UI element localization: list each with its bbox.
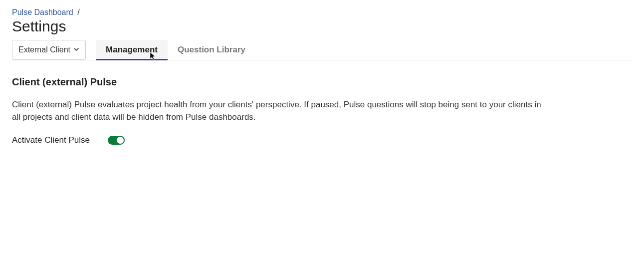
tab-label: Management — [106, 45, 158, 55]
chevron-down-icon — [73, 45, 79, 54]
toggle-label: Activate Client Pulse — [12, 135, 90, 145]
toggle-knob — [117, 137, 124, 144]
breadcrumb: Pulse Dashboard / — [12, 8, 632, 17]
client-type-dropdown[interactable]: External Client — [12, 40, 86, 60]
page-title: Settings — [12, 18, 632, 35]
section-client-external-pulse: Client (external) Pulse Client (external… — [12, 60, 561, 145]
breadcrumb-parent-link[interactable]: Pulse Dashboard — [12, 8, 73, 16]
topbar: External Client Management Question Libr… — [12, 40, 632, 60]
section-description: Client (external) Pulse evaluates projec… — [12, 99, 546, 123]
activate-client-pulse-toggle[interactable] — [108, 136, 125, 145]
tab-management[interactable]: Management — [96, 40, 168, 60]
breadcrumb-separator: / — [77, 8, 79, 16]
tab-label: Question Library — [178, 45, 245, 55]
activate-client-pulse-row: Activate Client Pulse — [12, 135, 561, 145]
tab-question-library[interactable]: Question Library — [168, 40, 255, 60]
dropdown-selected-label: External Client — [18, 45, 70, 54]
section-title: Client (external) Pulse — [12, 76, 561, 88]
tabs: Management Question Library — [96, 40, 255, 60]
